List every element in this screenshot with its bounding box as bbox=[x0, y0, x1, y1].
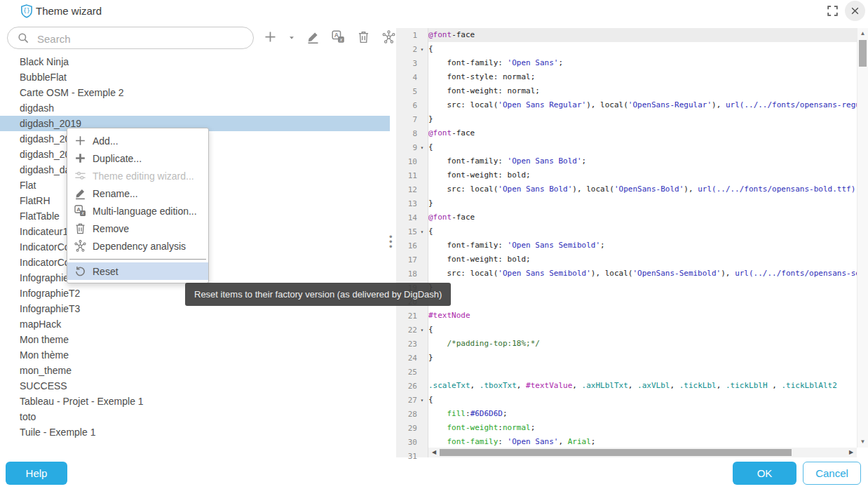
line-number: 27▾ bbox=[396, 393, 428, 407]
plus-icon bbox=[263, 29, 278, 47]
panel-splitter-handle[interactable]: ••• bbox=[389, 234, 393, 249]
reset-tooltip: Reset items to their factory version (as… bbox=[185, 283, 451, 306]
line-number: 11 bbox=[396, 168, 428, 182]
line-number: 21 bbox=[396, 309, 428, 323]
context-menu: Add...Duplicate...Theme editing wizard..… bbox=[67, 128, 209, 283]
menu-item-reset[interactable]: Reset bbox=[67, 262, 208, 280]
svg-text:x: x bbox=[339, 36, 343, 41]
fold-arrow-icon[interactable]: ▾ bbox=[417, 397, 427, 403]
code-line: { bbox=[428, 140, 857, 154]
line-number: 10 bbox=[396, 154, 428, 168]
theme-list-item[interactable]: BubbleFlat bbox=[0, 69, 390, 85]
line-number: 8 bbox=[396, 126, 428, 140]
css-code-editor[interactable]: 12▾3456789▾101112131415▾16171819202122▾2… bbox=[396, 28, 868, 457]
remove-button[interactable] bbox=[356, 29, 371, 47]
editor-horizontal-scrollbar[interactable]: ◀ ▶ bbox=[428, 448, 857, 457]
dependency-analysis-button[interactable] bbox=[381, 29, 396, 47]
code-line: font-family: 'Open Sans', Arial; bbox=[428, 435, 857, 448]
code-line: font-weight: bold; bbox=[428, 168, 857, 182]
trash-icon bbox=[356, 29, 371, 47]
code-line: } bbox=[428, 351, 857, 365]
ok-button[interactable]: OK bbox=[733, 462, 796, 485]
menu-item-label: Remove bbox=[93, 223, 129, 234]
scroll-down-arrow-icon[interactable]: ▼ bbox=[857, 437, 868, 447]
scroll-left-arrow-icon[interactable]: ◀ bbox=[429, 448, 439, 457]
theme-list-item[interactable]: mon_theme bbox=[0, 363, 390, 378]
close-button[interactable] bbox=[845, 1, 865, 21]
line-number: 15▾ bbox=[396, 225, 428, 239]
line-number: 4 bbox=[396, 70, 428, 84]
fullscreen-button[interactable] bbox=[826, 4, 839, 18]
vertical-scroll-thumb[interactable] bbox=[859, 40, 867, 67]
line-number: 12 bbox=[396, 182, 428, 196]
code-line bbox=[428, 365, 857, 379]
add-dropdown-button[interactable] bbox=[288, 32, 295, 44]
close-icon bbox=[850, 6, 860, 15]
pencil-icon bbox=[74, 187, 87, 200]
multi-language-button[interactable]: Ax bbox=[331, 29, 346, 47]
code-line: font-family: 'Open Sans Bold'; bbox=[428, 154, 857, 168]
line-number: 1 bbox=[396, 28, 428, 42]
theme-list-item[interactable]: mapHack bbox=[0, 316, 390, 332]
menu-item-rename[interactable]: Rename... bbox=[67, 185, 208, 202]
line-number: 7 bbox=[396, 112, 428, 126]
code-line: font-weight: normal; bbox=[428, 84, 857, 98]
search-icon bbox=[17, 32, 29, 44]
line-number: 14 bbox=[396, 210, 428, 225]
network-icon bbox=[74, 239, 87, 253]
menu-item-label: Rename... bbox=[93, 188, 138, 199]
menu-item-remove[interactable]: Remove bbox=[67, 220, 208, 237]
code-line bbox=[428, 295, 857, 309]
fold-arrow-icon[interactable]: ▾ bbox=[417, 145, 427, 151]
sliders-icon bbox=[74, 169, 87, 182]
editor-gutter: 12▾3456789▾101112131415▾16171819202122▾2… bbox=[396, 28, 428, 457]
code-line: #textNode bbox=[428, 309, 857, 323]
line-number: 13 bbox=[396, 196, 428, 210]
scroll-up-arrow-icon[interactable]: ▲ bbox=[857, 29, 868, 39]
code-line: @font-face bbox=[428, 28, 857, 42]
code-line: font-style: normal; bbox=[428, 70, 857, 84]
search-input[interactable] bbox=[36, 28, 249, 49]
scroll-right-arrow-icon[interactable]: ▶ bbox=[846, 448, 856, 457]
pencil-icon bbox=[306, 29, 320, 47]
theme-list-item[interactable]: SUCCESS bbox=[0, 378, 390, 394]
theme-list-item[interactable]: Tuile - Exemple 1 bbox=[0, 424, 390, 440]
theme-list-item[interactable]: Carte OSM - Exemple 2 bbox=[0, 85, 390, 100]
theme-list-item[interactable]: Mon thème bbox=[0, 347, 390, 363]
code-line: { bbox=[428, 323, 857, 337]
menu-item-duplicate[interactable]: Duplicate... bbox=[67, 149, 208, 167]
theme-list-item[interactable]: Tableau - Projet - Exemple 1 bbox=[0, 394, 390, 409]
line-number: 29 bbox=[396, 421, 428, 435]
menu-item-theme-editing-wizard[interactable]: Theme editing wizard... bbox=[67, 167, 208, 185]
menu-item-multi-language-edition[interactable]: AxMulti-language edition... bbox=[67, 202, 208, 220]
theme-list-item[interactable]: toto bbox=[0, 409, 390, 424]
theme-list-item[interactable]: Mon theme bbox=[0, 332, 390, 347]
theme-toolbar: Ax bbox=[263, 28, 396, 48]
code-line: @font-face bbox=[428, 210, 857, 225]
code-line: @font-face bbox=[428, 126, 857, 140]
network-icon bbox=[381, 29, 396, 47]
add-button[interactable] bbox=[263, 29, 278, 47]
editor-vertical-scrollbar[interactable]: ▲ ▼ bbox=[857, 28, 868, 448]
edit-button[interactable] bbox=[306, 29, 320, 47]
menu-item-label: Duplicate... bbox=[93, 153, 142, 164]
plus-bold-icon bbox=[74, 152, 87, 165]
horizontal-scroll-thumb[interactable] bbox=[440, 449, 792, 456]
fold-arrow-icon[interactable]: ▾ bbox=[417, 229, 427, 235]
theme-list-item[interactable]: digdash bbox=[0, 100, 390, 116]
line-number: 23 bbox=[396, 337, 428, 351]
menu-item-label: Add... bbox=[93, 135, 118, 147]
menu-item-dependency-analysis[interactable]: Dependency analysis bbox=[67, 237, 208, 255]
menu-item-label: Dependency analysis bbox=[93, 241, 186, 252]
fold-arrow-icon[interactable]: ▾ bbox=[417, 327, 427, 333]
menu-item-add[interactable]: Add... bbox=[67, 132, 208, 149]
theme-list-item[interactable]: Black Ninja bbox=[0, 54, 390, 69]
fold-arrow-icon[interactable]: ▾ bbox=[417, 46, 427, 53]
code-line: { bbox=[428, 393, 857, 407]
code-line: } bbox=[428, 196, 857, 210]
help-button[interactable]: Help bbox=[6, 462, 67, 485]
line-number: 3 bbox=[396, 56, 428, 70]
menu-item-label: Reset bbox=[93, 266, 118, 277]
cancel-button[interactable]: Cancel bbox=[803, 462, 861, 485]
editor-code-area[interactable]: @font-face{ font-family: 'Open Sans'; fo… bbox=[428, 28, 857, 448]
